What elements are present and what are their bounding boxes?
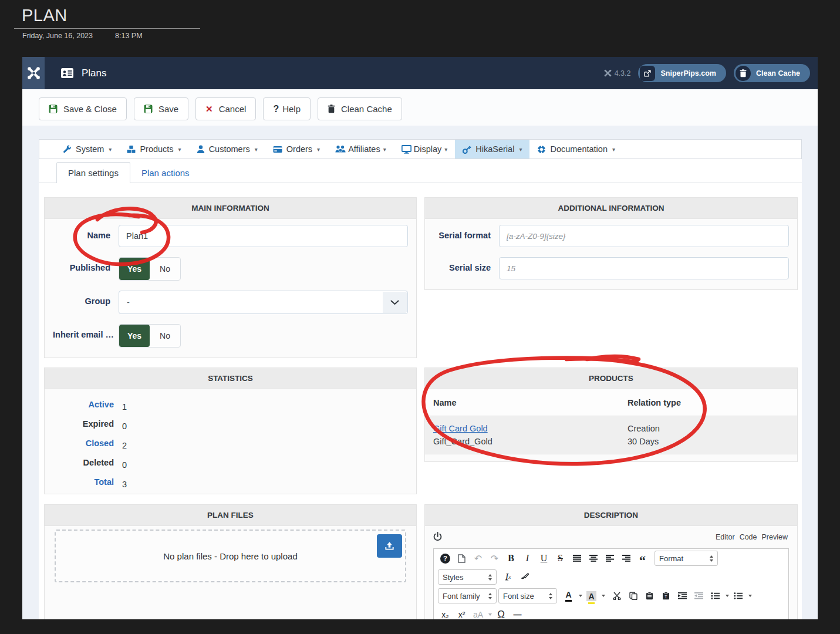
special-character-button[interactable]: Ω <box>494 607 508 619</box>
tab-plan-actions[interactable]: Plan actions <box>130 162 201 183</box>
clean-cache-pill-button[interactable]: Clean Cache <box>734 64 810 82</box>
styles-dropdown[interactable]: Styles <box>438 569 497 585</box>
name-input[interactable] <box>119 225 408 247</box>
stat-closed-link[interactable]: Closed <box>53 435 122 454</box>
serial-size-input[interactable] <box>499 257 789 279</box>
serial-format-input[interactable] <box>499 225 789 247</box>
ordered-list-caret-icon[interactable] <box>726 595 729 597</box>
menu-item-system[interactable]: System ▾ <box>55 140 119 158</box>
menu-item-affiliates[interactable]: Affiliates ▾ <box>328 140 394 158</box>
text-color-caret-icon[interactable] <box>579 595 582 597</box>
change-case-caret-icon[interactable] <box>488 613 492 616</box>
font-size-dropdown[interactable]: Font size <box>498 588 557 603</box>
editor-mode-link[interactable]: Editor <box>716 533 735 541</box>
chevron-down-icon <box>383 292 407 313</box>
bold-button[interactable]: B <box>504 551 518 566</box>
stepper-icon <box>549 593 552 599</box>
italic-button[interactable]: I <box>520 551 535 566</box>
menu-item-customers[interactable]: Customers ▾ <box>189 140 265 158</box>
tab-plan-settings[interactable]: Plan settings <box>56 162 130 183</box>
inherit-no-button[interactable]: No <box>150 325 180 347</box>
blockquote-button[interactable]: “ <box>635 551 650 566</box>
bullet-list-caret-icon[interactable] <box>748 595 752 597</box>
ordered-list-button[interactable] <box>708 589 723 603</box>
indent-button[interactable] <box>675 589 690 603</box>
caret-down-icon: ▾ <box>317 146 320 153</box>
user-icon <box>197 145 205 154</box>
paste-button[interactable] <box>642 589 657 603</box>
copy-button[interactable] <box>626 589 640 603</box>
editor-help-button[interactable]: ? <box>438 551 453 566</box>
save-close-button[interactable]: Save & Close <box>39 97 127 120</box>
justify-full-button[interactable] <box>569 551 584 566</box>
cut-button[interactable] <box>609 589 624 603</box>
highlight-caret-icon[interactable] <box>602 595 605 597</box>
group-select[interactable]: - <box>119 291 408 314</box>
published-yes-button[interactable]: Yes <box>119 258 150 280</box>
joomla-logo[interactable] <box>22 57 45 89</box>
align-center-button[interactable] <box>586 551 601 566</box>
file-dropzone[interactable]: No plan files - Drop here to upload <box>55 530 406 582</box>
upload-button[interactable] <box>377 534 402 558</box>
cubes-icon <box>127 145 136 154</box>
format-dropdown[interactable]: Format <box>655 551 718 566</box>
font-family-dropdown[interactable]: Font family <box>438 588 497 603</box>
wrench-icon <box>63 145 72 154</box>
menu-item-orders[interactable]: Orders ▾ <box>265 140 328 158</box>
tab-strip: Plan settings Plan actions <box>39 159 802 183</box>
stat-active-value: 1 <box>122 396 127 416</box>
preview-mode-link[interactable]: Preview <box>762 533 788 541</box>
align-left-button[interactable] <box>602 551 617 566</box>
menu-item-hikaserial[interactable]: HikaSerial ▾ <box>455 140 529 158</box>
code-mode-link[interactable]: Code <box>740 533 757 541</box>
menu-item-display[interactable]: Display ▾ <box>394 140 456 158</box>
subscript-button[interactable]: x₂ <box>438 607 453 619</box>
change-case-button[interactable]: aA <box>471 607 485 619</box>
stat-deleted-label: Deleted <box>53 454 122 474</box>
undo-button[interactable]: ↶ <box>471 551 485 566</box>
stat-active-link[interactable]: Active <box>53 396 122 416</box>
cancel-button[interactable]: ✕ Cancel <box>195 97 256 120</box>
published-no-button[interactable]: No <box>150 258 180 280</box>
strikethrough-button[interactable]: S <box>553 551 568 566</box>
life-ring-icon <box>537 145 546 154</box>
site-link-button[interactable]: SniperPips.com <box>638 64 726 82</box>
product-name-link[interactable]: Gift Card Gold <box>433 424 628 433</box>
paste-as-text-button[interactable]: T <box>659 589 673 603</box>
clean-cache-button[interactable]: Clean Cache <box>318 97 402 120</box>
underline-button[interactable]: U <box>537 551 551 566</box>
stat-total-link[interactable]: Total <box>53 474 122 493</box>
products-title: PRODUCTS <box>425 368 797 389</box>
save-icon <box>144 104 153 113</box>
name-label: Name <box>53 225 119 247</box>
stat-deleted-value: 0 <box>122 454 127 474</box>
caret-down-icon: ▾ <box>519 146 522 153</box>
bullet-list-button[interactable] <box>731 589 745 603</box>
menu-item-documentation[interactable]: Documentation ▾ <box>529 140 623 158</box>
superscript-button[interactable]: x² <box>454 607 469 619</box>
trash-icon <box>736 66 751 81</box>
menu-item-products[interactable]: Products ▾ <box>119 140 188 158</box>
inherit-yes-button[interactable]: Yes <box>119 325 150 347</box>
redo-button[interactable]: ↷ <box>487 551 502 566</box>
text-color-button[interactable]: A <box>561 589 576 603</box>
outdent-button[interactable] <box>691 589 706 603</box>
external-link-icon <box>640 66 655 81</box>
save-button[interactable]: Save <box>134 97 188 120</box>
window-title: Plans <box>82 68 107 79</box>
col-relation-header: Relation type <box>628 398 681 407</box>
caret-down-icon: ▾ <box>255 146 258 153</box>
remove-format-button[interactable]: Ix <box>501 570 515 585</box>
cleanup-brush-button[interactable] <box>517 570 532 585</box>
toggle-editor-power-icon[interactable] <box>433 532 443 542</box>
additional-information-panel: ADDITIONAL INFORMATION Serial format Ser… <box>424 197 798 290</box>
horizontal-rule-button[interactable]: — <box>510 607 525 619</box>
new-document-button[interactable] <box>454 551 469 566</box>
additional-information-title: ADDITIONAL INFORMATION <box>425 198 797 219</box>
stepper-icon <box>710 555 713 562</box>
align-right-button[interactable] <box>619 551 633 566</box>
display-icon <box>402 145 411 154</box>
help-button[interactable]: ? Help <box>263 97 311 120</box>
highlight-color-button[interactable]: A <box>584 589 599 603</box>
page-date: Friday, June 16, 2023 <box>22 32 93 40</box>
